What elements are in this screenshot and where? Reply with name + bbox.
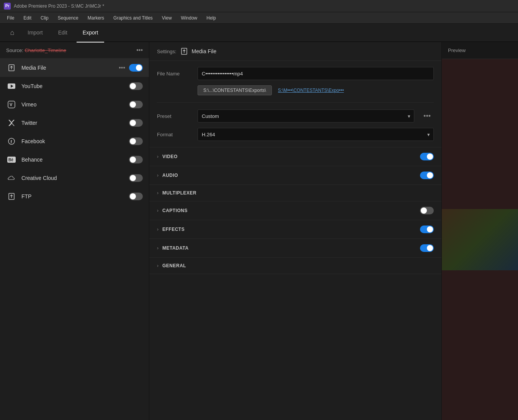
behance-label: Behance	[21, 157, 42, 163]
effects-toggle[interactable]	[420, 226, 434, 233]
effects-chevron-icon: ›	[157, 227, 159, 232]
tab-import[interactable]: Import	[21, 26, 49, 39]
ftp-icon	[6, 191, 17, 202]
source-dots-menu[interactable]: •••	[136, 47, 143, 54]
twitter-toggle[interactable]	[129, 119, 143, 127]
filename-row: File Name	[157, 67, 434, 80]
format-dropdown-wrapper: H.264 H.265 (HEVC) ProRes DNxHD	[198, 128, 434, 141]
metadata-section[interactable]: › METADATA	[149, 239, 441, 258]
preset-label: Preset	[157, 113, 191, 119]
creative-cloud-toggle[interactable]	[129, 174, 143, 182]
behance-toggle[interactable]	[129, 156, 143, 163]
menu-graphics[interactable]: Graphics and Titles	[109, 14, 157, 22]
source-label: Source: Charlotte_Timeline	[6, 47, 66, 53]
location-browse-button[interactable]: S:\...\CONTESTANTS\Exports\	[198, 85, 272, 95]
destination-media-file[interactable]: Media File •••	[0, 59, 149, 77]
preview-panel: Preview	[441, 42, 518, 420]
preset-options-button[interactable]: •••	[420, 111, 434, 122]
media-file-options[interactable]: •••	[119, 64, 125, 71]
youtube-label: YouTube	[21, 83, 42, 89]
format-select[interactable]: H.264 H.265 (HEVC) ProRes DNxHD	[198, 128, 434, 141]
captions-label: CAPTIONS	[162, 208, 188, 213]
twitter-icon	[6, 118, 17, 128]
location-row: S:\...\CONTESTANTS\Exports\ S:\M•••\CONT…	[157, 85, 434, 95]
divider-1	[157, 102, 434, 103]
settings-body: File Name S:\...\CONTESTANTS\Exports\ S:…	[149, 61, 441, 147]
location-path[interactable]: S:\M•••\CONTESTANTS\Expo•••	[278, 88, 434, 93]
video-label: VIDEO	[162, 154, 178, 159]
general-chevron-icon: ›	[157, 263, 159, 268]
menu-clip[interactable]: Clip	[37, 14, 52, 22]
preset-row: Preset Custom Match Source - Adaptive Hi…	[157, 109, 434, 123]
destination-ftp[interactable]: FTP	[0, 187, 149, 206]
vimeo-icon: V	[6, 99, 17, 110]
settings-panel: Settings: Media File File Name S:\...\CO…	[149, 42, 441, 420]
metadata-label: METADATA	[162, 245, 189, 251]
media-file-label: Media File	[21, 65, 46, 71]
captions-toggle[interactable]	[420, 207, 434, 214]
tab-edit[interactable]: Edit	[52, 26, 74, 39]
preset-select[interactable]: Custom Match Source - Adaptive High Bitr…	[198, 109, 414, 123]
menu-markers[interactable]: Markers	[84, 14, 108, 22]
destination-behance[interactable]: Bē Behance	[0, 150, 149, 169]
audio-label: AUDIO	[162, 173, 178, 178]
audio-toggle[interactable]	[420, 172, 434, 179]
twitter-label: Twitter	[21, 120, 37, 126]
captions-chevron-icon: ›	[157, 208, 159, 213]
menu-help[interactable]: Help	[203, 14, 220, 22]
media-file-settings-title: Media File	[192, 48, 217, 54]
facebook-label: Facebook	[21, 138, 45, 144]
menu-view[interactable]: View	[158, 14, 176, 22]
menu-file[interactable]: File	[3, 14, 18, 22]
format-row: Format H.264 H.265 (HEVC) ProRes DNxHD	[157, 128, 434, 141]
tab-export[interactable]: Export	[77, 26, 104, 39]
preview-thumbnail	[442, 59, 518, 420]
destination-youtube[interactable]: YouTube	[0, 77, 149, 95]
left-panel-header: Source: Charlotte_Timeline •••	[0, 42, 149, 59]
destination-twitter[interactable]: Twitter	[0, 114, 149, 132]
captions-section[interactable]: › CAPTIONS	[149, 201, 441, 220]
menu-sequence[interactable]: Sequence	[54, 14, 82, 22]
vimeo-toggle[interactable]	[129, 101, 143, 108]
preview-title: Preview	[442, 42, 518, 59]
video-section[interactable]: › VIDEO	[149, 147, 441, 166]
general-section[interactable]: › GENERAL	[149, 258, 441, 274]
filename-label: File Name	[157, 71, 191, 77]
media-file-icon	[6, 62, 17, 73]
settings-header: Settings: Media File	[149, 42, 441, 61]
metadata-toggle[interactable]	[420, 244, 434, 252]
home-button[interactable]: ⌂	[6, 26, 18, 39]
menu-window[interactable]: Window	[177, 14, 201, 22]
main-layout: Source: Charlotte_Timeline ••• Media Fil…	[0, 42, 518, 420]
facebook-toggle[interactable]	[129, 137, 143, 145]
destination-vimeo[interactable]: V Vimeo	[0, 95, 149, 114]
youtube-icon	[6, 81, 17, 92]
general-label: GENERAL	[162, 263, 186, 268]
metadata-chevron-icon: ›	[157, 245, 159, 251]
svg-text:Bē: Bē	[8, 158, 13, 162]
youtube-toggle[interactable]	[129, 82, 143, 90]
media-file-toggle[interactable]	[129, 64, 143, 72]
menu-edit[interactable]: Edit	[20, 14, 35, 22]
multiplexer-section[interactable]: › MULTIPLEXER	[149, 185, 441, 201]
left-panel: Source: Charlotte_Timeline ••• Media Fil…	[0, 42, 149, 420]
destination-facebook[interactable]: f Facebook	[0, 132, 149, 150]
multiplexer-chevron-icon: ›	[157, 190, 159, 196]
pr-logo-icon: Pr	[4, 3, 11, 10]
menu-bar: File Edit Clip Sequence Markers Graphics…	[0, 12, 518, 24]
svg-text:f: f	[11, 139, 12, 144]
behance-icon: Bē	[6, 154, 17, 165]
destination-creative-cloud[interactable]: Creative Cloud	[0, 169, 149, 187]
filename-input[interactable]	[198, 67, 434, 80]
svg-text:V: V	[10, 102, 13, 107]
effects-section[interactable]: › EFFECTS	[149, 220, 441, 239]
facebook-icon: f	[6, 136, 17, 147]
settings-label: Settings:	[157, 49, 176, 54]
app-title: Adobe Premiere Pro 2023 - S:\MC Jr\MCJr …	[14, 3, 104, 9]
ftp-toggle[interactable]	[129, 193, 143, 200]
audio-chevron-icon: ›	[157, 173, 159, 178]
multiplexer-label: MULTIPLEXER	[162, 190, 196, 196]
creative-cloud-icon	[6, 173, 17, 183]
audio-section[interactable]: › AUDIO	[149, 166, 441, 185]
video-toggle[interactable]	[420, 153, 434, 160]
